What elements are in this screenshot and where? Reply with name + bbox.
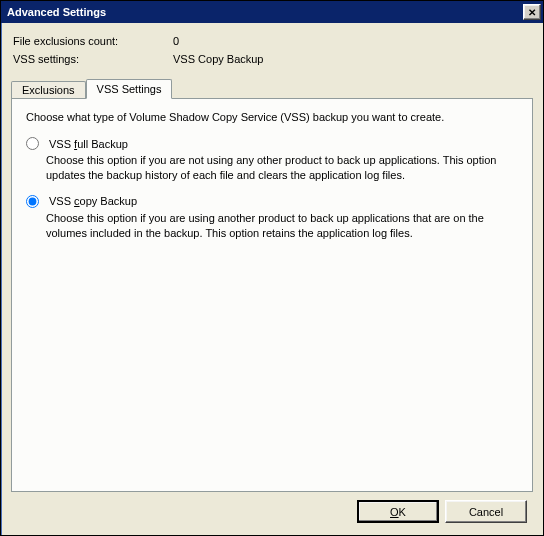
- file-exclusions-value: 0: [173, 35, 179, 47]
- ok-button[interactable]: OK: [357, 500, 439, 523]
- dialog-body: File exclusions count: 0 VSS settings: V…: [1, 23, 543, 535]
- vss-settings-row: VSS settings: VSS Copy Backup: [13, 53, 533, 65]
- radio-vss-copy-label: VSS copy Backup: [49, 195, 137, 207]
- vss-settings-value: VSS Copy Backup: [173, 53, 264, 65]
- option-vss-copy: VSS copy Backup Choose this option if yo…: [26, 195, 520, 241]
- radio-vss-full[interactable]: [26, 137, 39, 150]
- option-vss-full: VSS full Backup Choose this option if yo…: [26, 137, 520, 183]
- cancel-button[interactable]: Cancel: [445, 500, 527, 523]
- radio-vss-full-desc: Choose this option if you are not using …: [46, 153, 520, 183]
- option-vss-full-head[interactable]: VSS full Backup: [26, 137, 520, 150]
- ok-button-label: OK: [390, 506, 406, 518]
- tab-vss-settings[interactable]: VSS Settings: [86, 79, 173, 99]
- option-vss-copy-head[interactable]: VSS copy Backup: [26, 195, 520, 208]
- file-exclusions-label: File exclusions count:: [13, 35, 173, 47]
- button-row: OK Cancel: [11, 492, 533, 527]
- close-icon[interactable]: ✕: [523, 4, 541, 20]
- titlebar: Advanced Settings ✕: [1, 1, 543, 23]
- tab-exclusions[interactable]: Exclusions: [11, 81, 86, 98]
- tab-row: Exclusions VSS Settings: [11, 77, 533, 98]
- radio-vss-copy[interactable]: [26, 195, 39, 208]
- radio-vss-full-label: VSS full Backup: [49, 138, 128, 150]
- tab-panel-vss: Choose what type of Volume Shadow Copy S…: [11, 98, 533, 492]
- tab-container: Exclusions VSS Settings Choose what type…: [11, 77, 533, 492]
- file-exclusions-row: File exclusions count: 0: [13, 35, 533, 47]
- radio-vss-copy-desc: Choose this option if you are using anot…: [46, 211, 520, 241]
- cancel-button-label: Cancel: [469, 506, 503, 518]
- vss-settings-label: VSS settings:: [13, 53, 173, 65]
- vss-intro-text: Choose what type of Volume Shadow Copy S…: [26, 111, 520, 123]
- window-title: Advanced Settings: [7, 6, 523, 18]
- advanced-settings-dialog: Advanced Settings ✕ File exclusions coun…: [0, 0, 544, 536]
